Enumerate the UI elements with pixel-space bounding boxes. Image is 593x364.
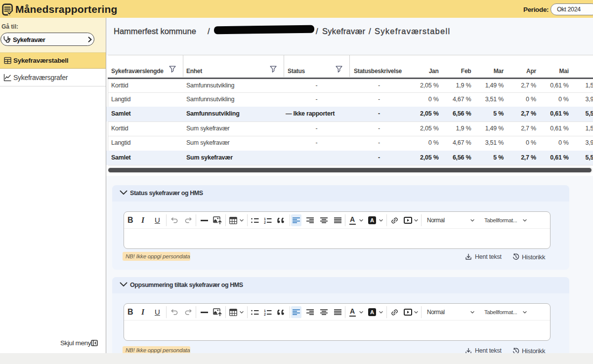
- svg-text:2: 2: [264, 221, 266, 224]
- svg-text:1: 1: [264, 309, 266, 313]
- svg-text:1: 1: [264, 217, 266, 221]
- svg-text:2: 2: [264, 313, 266, 316]
